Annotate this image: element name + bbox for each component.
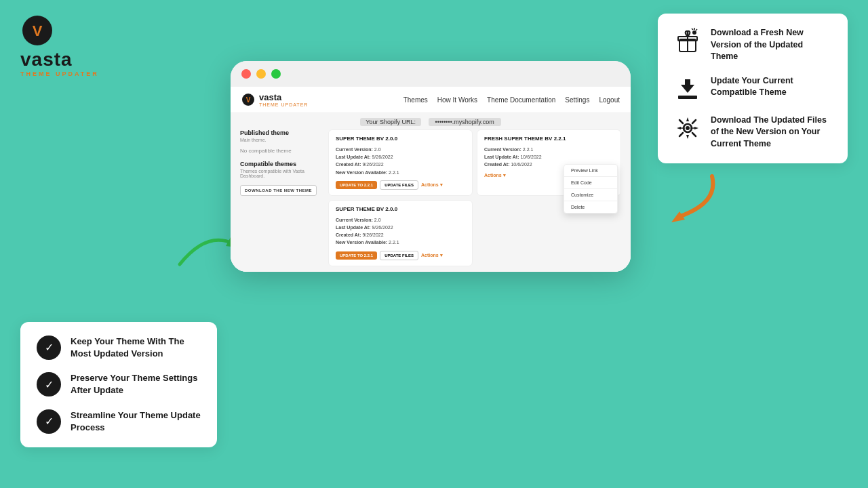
app-nav-links: Themes How It Works Theme Documentation … [403,96,620,104]
logo-subtitle: THEME UPDATER [20,70,99,77]
feature-item-1: ✓ Keep Your Theme With The Most Updated … [37,336,201,360]
svg-text:V: V [246,96,251,104]
svg-text:V: V [33,22,43,39]
browser-content: V vasta THEME UPDATER Themes How It Work… [231,87,631,272]
logo-area: V vasta THEME UPDATER [20,14,99,77]
dropdown-preview-link[interactable]: Preview Link [564,165,617,177]
dropdown-edit-code[interactable]: Edit Code [564,177,617,189]
nav-how-it-works[interactable]: How It Works [437,96,477,104]
svg-rect-12 [685,79,690,87]
shopify-url-bar: Your Shopify URL: ••••••••.myshopify.com [240,119,621,125]
theme-card-3-actions: UPDATE TO 2.2.1 UPDATE FILES Actions ▾ [336,251,465,260]
theme-card-2: FRESH SUPER THEME BV 2.2.1 Current Versi… [477,129,621,196]
logo-text: vasta [20,50,73,69]
theme-card-3: SUPER THEME BV 2.0.0 Current Version: 2.… [328,200,473,266]
theme-card-1-title: SUPER THEME BV 2.0.0 [336,136,465,142]
published-theme-label: Published theme [240,129,321,136]
themes-grid: SUPER THEME BV 2.0.0 Current Version: 2.… [328,129,621,266]
compatible-themes-label: Compatible themes [240,161,321,167]
feature-card: ✓ Keep Your Theme With The Most Updated … [20,322,217,447]
right-feature-text-2: Update Your Current Compatible Theme [711,75,831,99]
download-icon [674,75,701,102]
feature-text-1: Keep Your Theme With The Most Updated Ve… [71,336,201,360]
app-navbar: V vasta THEME UPDATER Themes How It Work… [231,87,631,113]
actions-dropdown-menu: Preview Link Edit Code Customize Delete [564,164,618,214]
theme-card-3-info: Current Version: 2.0 Last Update At: 9/2… [336,216,465,247]
theme-card-1-info: Current Version: 2.0 Last Update At: 9/2… [336,146,465,176]
dropdown-customize[interactable]: Customize [564,189,617,201]
app-logo-text: vasta [259,92,308,102]
sidebar-main: Published theme Main theme. No compatibl… [240,129,621,266]
update-files-button-1[interactable]: UPDATE FILES [380,180,418,190]
orange-arrow [644,163,726,224]
feature-text-3: Streamline Your Theme Update Process [71,409,201,434]
feature-item-3: ✓ Streamline Your Theme Update Process [37,409,201,434]
gear-icon [674,115,701,142]
nav-settings[interactable]: Settings [565,96,589,104]
svg-rect-10 [678,96,697,99]
maximize-dot[interactable] [271,69,281,79]
download-new-theme-button[interactable]: DOWNLOAD THE NEW THEME [240,185,317,196]
nav-logout[interactable]: Logout [599,96,620,104]
check-icon-1: ✓ [37,336,61,360]
close-dot[interactable] [241,69,251,79]
app-logo-sub: THEME UPDATER [259,102,308,107]
check-icon-2: ✓ [37,372,61,396]
logo-icon: V [20,14,54,47]
svg-line-9 [696,29,697,30]
browser-mockup: V vasta THEME UPDATER Themes How It Work… [231,61,631,272]
theme-card-3-title: SUPER THEME BV 2.0.0 [336,206,465,212]
app-logo-icon: V [241,93,255,106]
theme-card-1-actions: UPDATE TO 2.2.1 UPDATE FILES Actions ▾ [336,180,465,190]
actions-dropdown-1[interactable]: Actions ▾ [421,182,443,188]
shopify-url-label: Your Shopify URL: [360,118,421,126]
feature-text-2: Preserve Your Theme Settings After Updat… [71,372,201,396]
shopify-url-value: ••••••••.myshopify.com [429,118,501,126]
right-feature-item-1: Download a Fresh New Version of the Upda… [674,27,831,63]
update-to-221-button-3[interactable]: UPDATE TO 2.2.1 [336,251,377,260]
update-to-221-button-1[interactable]: UPDATE TO 2.2.1 [336,181,377,189]
svg-line-7 [692,28,693,30]
right-feature-text-3: Download The Updated Files of the New Ve… [711,115,831,150]
nav-themes[interactable]: Themes [403,96,428,104]
sidebar: Published theme Main theme. No compatibl… [240,129,321,266]
dropdown-delete[interactable]: Delete [564,201,617,213]
theme-card-2-title: FRESH SUPER THEME BV 2.2.1 [484,136,614,142]
right-feature-item-3: Download The Updated Files of the New Ve… [674,115,831,150]
app-logo: V vasta THEME UPDATER [241,92,308,107]
svg-point-6 [692,30,696,35]
nav-theme-documentation[interactable]: Theme Documentation [487,96,555,104]
actions-dropdown-2[interactable]: Actions ▾ [484,173,506,178]
gift-icon [674,27,701,54]
right-feature-text-1: Download a Fresh New Version of the Upda… [711,27,831,63]
actions-dropdown-3[interactable]: Actions ▾ [421,253,443,258]
feature-item-2: ✓ Preserve Your Theme Settings After Upd… [37,372,201,396]
theme-card-1: SUPER THEME BV 2.0.0 Current Version: 2.… [328,129,473,196]
svg-point-14 [686,126,690,130]
update-files-button-3[interactable]: UPDATE FILES [380,251,418,260]
no-compatible-text: No compatible theme [240,148,321,154]
minimize-dot[interactable] [256,69,266,79]
compatible-themes-sub: Themes compatible with Vasta Dashboard. [240,169,321,178]
browser-titlebar [231,61,631,87]
right-panel: Download a Fresh New Version of the Upda… [658,14,848,163]
check-icon-3: ✓ [37,409,61,434]
published-theme-sub: Main theme. [240,138,321,142]
right-feature-item-2: Update Your Current Compatible Theme [674,75,831,102]
